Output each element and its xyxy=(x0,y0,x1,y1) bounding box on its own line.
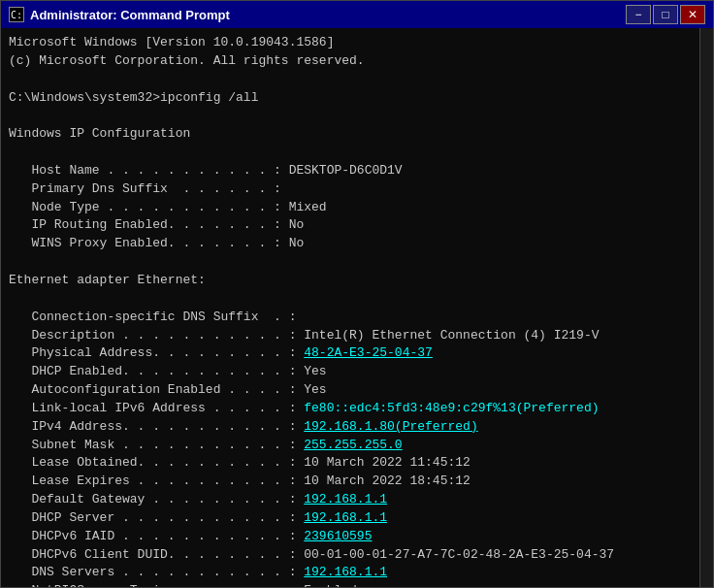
window-title: Administrator: Command Prompt xyxy=(30,8,230,22)
physical-value: 48-2A-E3-25-04-37 xyxy=(304,345,433,360)
autoconfig: Autoconfiguration Enabled . . . . : Yes xyxy=(9,381,692,400)
title-bar-left: C: Administrator: Command Prompt xyxy=(9,7,230,22)
primary-dns: Primary Dns Suffix . . . . . . : xyxy=(9,180,692,199)
copyright-line: (c) Microsoft Corporation. All rights re… xyxy=(9,52,692,71)
terminal-output[interactable]: Microsoft Windows [Version 10.0.19043.15… xyxy=(1,28,699,587)
ip-config-heading: Windows IP Configuration xyxy=(9,125,692,144)
link-local-ipv6: Link-local IPv6 Address . . . . . : fe80… xyxy=(9,400,692,418)
cmd-window: C: Administrator: Command Prompt − □ ✕ M… xyxy=(0,0,714,588)
description: Description . . . . . . . . . . . : Inte… xyxy=(9,327,692,345)
blank4 xyxy=(9,253,692,272)
blank2 xyxy=(9,107,692,125)
title-bar: C: Administrator: Command Prompt − □ ✕ xyxy=(1,1,713,28)
lease-expires: Lease Expires . . . . . . . . . . : 10 M… xyxy=(9,473,692,491)
dhcp-server-value: 192.168.1.1 xyxy=(304,510,387,525)
dhcp-enabled: DHCP Enabled. . . . . . . . . . . : Yes xyxy=(9,363,692,381)
dhcpv6-duid-value: 00-01-00-01-27-A7-7C-02-48-2A-E3-25-04-3… xyxy=(304,547,614,562)
version-line: Microsoft Windows [Version 10.0.19043.15… xyxy=(9,34,692,52)
scrollbar[interactable] xyxy=(699,28,713,587)
blank1 xyxy=(9,71,692,89)
link-local-value: fe80::edc4:5fd3:48e9:c29f%13(Preferred) xyxy=(304,401,599,415)
title-buttons: − □ ✕ xyxy=(626,5,705,24)
subnet-value: 255.255.255.0 xyxy=(304,438,402,452)
wins-proxy: WINS Proxy Enabled. . . . . . . : No xyxy=(9,235,692,253)
ip-routing: IP Routing Enabled. . . . . . . : No xyxy=(9,216,692,235)
conn-specific: Connection-specific DNS Suffix . : xyxy=(9,309,692,327)
default-gw-value: 192.168.1.1 xyxy=(304,492,387,506)
blank3 xyxy=(9,144,692,162)
svg-text:C:: C: xyxy=(11,10,22,20)
dhcpv6-iaid-value: 239610595 xyxy=(304,529,372,543)
subnet-mask: Subnet Mask . . . . . . . . . . . : 255.… xyxy=(9,437,692,455)
close-button[interactable]: ✕ xyxy=(680,5,705,24)
ipv4-value: 192.168.1.80(Preferred) xyxy=(304,419,477,434)
minimize-button[interactable]: − xyxy=(626,5,651,24)
ethernet-heading: Ethernet adapter Ethernet: xyxy=(9,272,692,290)
ipv4-address: IPv4 Address. . . . . . . . . . . : 192.… xyxy=(9,418,692,437)
lease-obtained: Lease Obtained. . . . . . . . . . : 10 M… xyxy=(9,454,692,473)
dhcpv6-duid: DHCPv6 Client DUID. . . . . . . . : 00-0… xyxy=(9,546,692,565)
prompt1: C:\Windows\system32>ipconfig /all xyxy=(9,89,692,108)
maximize-button[interactable]: □ xyxy=(653,5,678,24)
default-gateway: Default Gateway . . . . . . . . . : 192.… xyxy=(9,491,692,509)
physical-address: Physical Address. . . . . . . . . : 48-2… xyxy=(9,344,692,363)
blank5 xyxy=(9,290,692,309)
node-type: Node Type . . . . . . . . . . . : Mixed xyxy=(9,199,692,217)
cmd-icon: C: xyxy=(9,7,24,22)
dhcpv6-iaid: DHCPv6 IAID . . . . . . . . . . . : 2396… xyxy=(9,528,692,546)
dhcp-server: DHCP Server . . . . . . . . . . . : 192.… xyxy=(9,509,692,528)
netbios: NetBIOS over Tcpip. . . . . . . . : Enab… xyxy=(9,582,692,587)
dns-servers-value: 192.168.1.1 xyxy=(304,565,387,579)
host-name: Host Name . . . . . . . . . . . : DESKTO… xyxy=(9,162,692,180)
dns-servers: DNS Servers . . . . . . . . . . . : 192.… xyxy=(9,564,692,582)
